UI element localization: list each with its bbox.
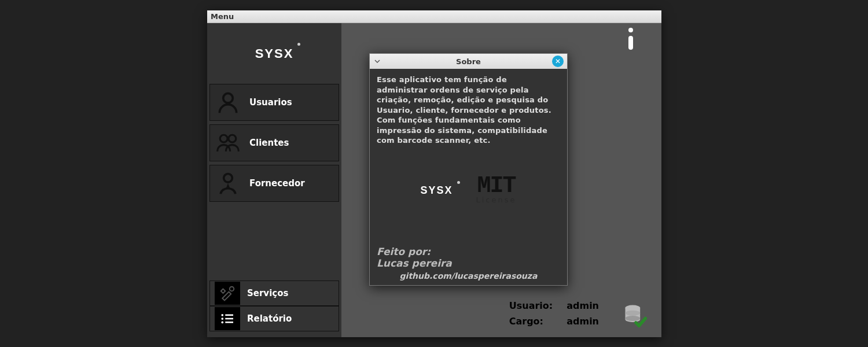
svg-point-13 [626, 316, 641, 321]
supplier-icon [215, 170, 241, 197]
sidebar-item-usuarios[interactable]: Usuarios [209, 84, 339, 121]
svg-rect-10 [225, 322, 233, 323]
about-credit-label: Feito por: [377, 246, 560, 257]
database-ok-icon [622, 302, 648, 328]
sidebar-item-label: Usuarios [249, 97, 292, 108]
svg-rect-6 [225, 315, 233, 316]
svg-point-3 [224, 174, 233, 183]
dialog-titlebar: Sobre ✕ [370, 54, 567, 69]
list-icon [215, 307, 240, 330]
users-icon [215, 130, 241, 156]
svg-point-9 [221, 321, 223, 323]
sidebar-lower: Serviços Relatório [209, 280, 339, 331]
sidebar-item-label: Fornecedor [249, 178, 305, 189]
svg-point-0 [223, 93, 233, 103]
sidebar-item-label: Relatório [247, 313, 292, 324]
menu-item-menu[interactable]: Menu [211, 12, 234, 21]
about-link[interactable]: github.com/lucaspereirasouza [377, 271, 560, 280]
mit-license-logo: MIT License [476, 177, 517, 204]
svg-point-2 [229, 135, 236, 142]
chevron-down-icon[interactable] [370, 58, 385, 65]
sysx-logo: SYSX [420, 184, 453, 197]
status-user-value: admin [567, 300, 599, 311]
menubar: Menu [207, 10, 661, 23]
svg-point-5 [221, 314, 223, 316]
svg-point-1 [220, 135, 227, 142]
close-icon[interactable]: ✕ [552, 56, 564, 67]
info-icon[interactable] [627, 28, 635, 51]
svg-point-12 [626, 311, 641, 316]
sidebar-item-label: Clientes [249, 138, 289, 148]
status-panel: Usuario: admin Cargo: admin [509, 300, 599, 327]
svg-point-7 [221, 318, 223, 320]
brand-logo: SYSX [209, 23, 339, 84]
dialog-title: Sobre [385, 57, 552, 66]
sidebar-item-relatorio[interactable]: Relatório [209, 306, 339, 331]
status-role-label: Cargo: [509, 316, 553, 327]
status-user-label: Usuario: [509, 300, 553, 311]
tools-icon [215, 282, 240, 305]
user-icon [215, 89, 241, 116]
about-logos: SYSX MIT License [377, 170, 560, 212]
about-description: Esse aplicativo tem função de administra… [377, 75, 560, 146]
sysx-logo: SYSX [255, 46, 294, 61]
sidebar-item-label: Serviços [247, 288, 288, 298]
svg-rect-8 [225, 318, 233, 320]
about-author: Lucas pereira [377, 257, 560, 269]
about-dialog: Sobre ✕ Esse aplicativo tem função de ad… [369, 53, 568, 286]
sidebar-item-servicos[interactable]: Serviços [209, 280, 339, 306]
sidebar-item-clientes[interactable]: Clientes [209, 124, 339, 161]
sidebar-item-fornecedor[interactable]: Fornecedor [209, 165, 339, 202]
dialog-body: Esse aplicativo tem função de administra… [370, 69, 567, 285]
sidebar: SYSX Usuarios Client [207, 23, 341, 337]
svg-point-4 [230, 287, 234, 291]
status-role-value: admin [567, 316, 599, 327]
